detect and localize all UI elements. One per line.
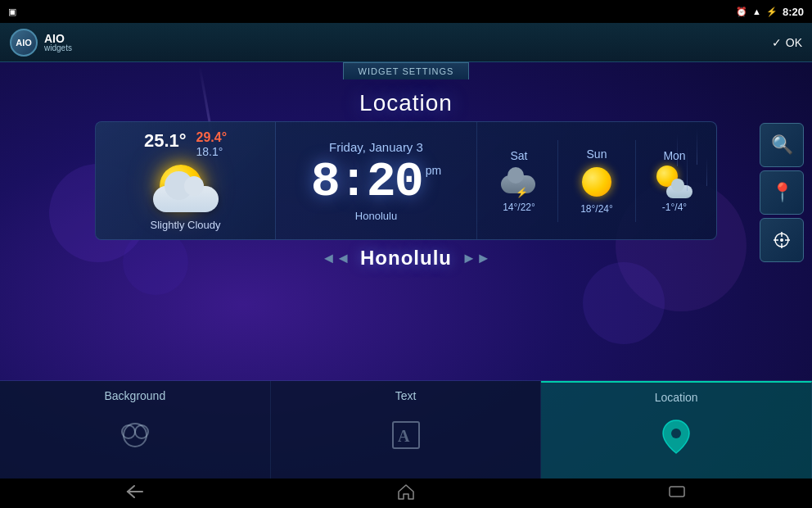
tab-location[interactable]: Location bbox=[541, 381, 812, 479]
tab-background-label: Background bbox=[104, 389, 165, 402]
back-button[interactable] bbox=[110, 481, 160, 506]
clock-city: Honolulu bbox=[355, 210, 397, 222]
forecast-sat: Sat ⚡ 14°/22° bbox=[490, 149, 548, 213]
svg-rect-13 bbox=[670, 487, 684, 497]
time-digits: 8:20 bbox=[311, 157, 422, 206]
search-icon: 🔍 bbox=[771, 134, 793, 156]
condition-text: Slightly Cloudy bbox=[151, 219, 221, 231]
bottom-nav-bar bbox=[0, 479, 812, 508]
background-icon bbox=[115, 415, 155, 455]
forecast-divider-1 bbox=[557, 140, 558, 222]
search-button[interactable]: 🔍 bbox=[760, 123, 804, 167]
storm-icon: ⚡ bbox=[501, 166, 537, 198]
location-city-name: Honolulu bbox=[360, 247, 452, 270]
time-ampm: pm bbox=[426, 164, 441, 177]
logo-aio-text: AIO bbox=[16, 38, 32, 48]
current-temp: 25.1° bbox=[144, 130, 187, 158]
temp-low: 18.1° bbox=[196, 145, 228, 158]
tab-text-label: Text bbox=[395, 389, 417, 402]
location-tab-icon bbox=[660, 417, 692, 456]
ok-checkmark: ✓ bbox=[772, 36, 782, 49]
sidebar-buttons: 🔍 📍 bbox=[760, 123, 804, 262]
lightning-icon: ⚡ bbox=[516, 187, 528, 198]
weather-widget: 25.1° 29.4° 18.1° Slightly Cloudy Friday… bbox=[95, 121, 717, 240]
status-time: 8:20 bbox=[783, 6, 804, 18]
forecast-sat-temps: 14°/22° bbox=[503, 202, 535, 213]
widget-settings-tab: WIDGET SETTINGS bbox=[0, 62, 812, 84]
logo-widgets: widgets bbox=[44, 44, 72, 52]
cloud-icon bbox=[153, 186, 219, 212]
forecast-mon-label: Mon bbox=[663, 149, 685, 162]
svg-point-5 bbox=[780, 238, 783, 242]
forecast-panel: Sat ⚡ 14°/22° Sun 18°/24° Mon bbox=[476, 122, 716, 239]
svg-text:A: A bbox=[398, 427, 410, 445]
app-icon: ▣ bbox=[8, 7, 16, 17]
battery-icon: ⚡ bbox=[766, 7, 778, 17]
recent-apps-button[interactable] bbox=[652, 482, 702, 506]
logo-circle: AIO bbox=[10, 29, 38, 57]
crosshair-icon bbox=[772, 230, 792, 250]
partly-cloudy-icon bbox=[656, 166, 692, 198]
home-button[interactable] bbox=[381, 480, 431, 507]
ok-label: OK bbox=[786, 36, 802, 49]
page-title: Location bbox=[359, 90, 453, 116]
widget-settings-label: WIDGET SETTINGS bbox=[343, 62, 470, 79]
crosshair-button[interactable] bbox=[760, 218, 804, 262]
time-display: 8:20 pm bbox=[311, 157, 441, 206]
prev-location-button[interactable]: ◄◄ bbox=[321, 250, 350, 267]
location-pin-icon: 📍 bbox=[771, 182, 793, 203]
sun-forecast-icon bbox=[582, 167, 611, 197]
pc-cloud bbox=[666, 185, 692, 198]
status-bar: ▣ ⏰ ▲ ⚡ 8:20 bbox=[0, 0, 812, 23]
forecast-sun-label: Sun bbox=[587, 147, 607, 161]
next-location-button[interactable]: ►► bbox=[462, 250, 491, 267]
temp-range: 25.1° 29.4° 18.1° bbox=[144, 130, 227, 158]
logo-text-area: AIO widgets bbox=[44, 33, 72, 52]
bottom-tabs: Background Text A Location bbox=[0, 380, 812, 479]
date-text: Friday, January 3 bbox=[329, 140, 423, 154]
main-content: Location 25.1° 29.4° 18.1° Slightly Clou… bbox=[0, 84, 812, 270]
forecast-mon-temps: -1°/4° bbox=[662, 202, 687, 213]
svg-point-11 bbox=[671, 429, 681, 438]
wifi-icon: ▲ bbox=[752, 7, 761, 16]
current-weather-panel: 25.1° 29.4° 18.1° Slightly Cloudy bbox=[96, 122, 276, 239]
location-selector: ◄◄ Honolulu ►► bbox=[321, 247, 490, 270]
temp-high: 29.4° bbox=[196, 130, 228, 145]
clock-panel: Friday, January 3 8:20 pm Honolulu bbox=[276, 122, 476, 239]
forecast-sun: Sun 18°/24° bbox=[568, 147, 625, 215]
text-icon: A bbox=[386, 415, 426, 455]
tab-text[interactable]: Text A bbox=[271, 381, 542, 479]
forecast-sat-label: Sat bbox=[510, 149, 527, 162]
top-bar: AIO AIO widgets ✓ OK bbox=[0, 23, 812, 62]
weather-icon bbox=[153, 165, 219, 212]
tab-background[interactable]: Background bbox=[0, 381, 271, 479]
forecast-mon: Mon -1°/4° bbox=[646, 149, 703, 213]
forecast-sun-temps: 18°/24° bbox=[580, 203, 613, 215]
forecast-divider-2 bbox=[635, 140, 636, 222]
status-bar-left: ▣ bbox=[8, 7, 16, 17]
logo-area: AIO AIO widgets bbox=[10, 29, 72, 57]
logo-aio: AIO bbox=[44, 33, 72, 44]
ok-button[interactable]: ✓ OK bbox=[772, 36, 802, 49]
tab-location-label: Location bbox=[655, 391, 698, 404]
alarm-icon: ⏰ bbox=[736, 7, 747, 17]
location-pin-button[interactable]: 📍 bbox=[760, 170, 804, 215]
